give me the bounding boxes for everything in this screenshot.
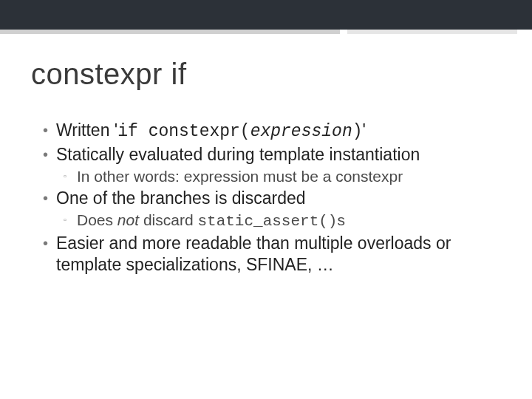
bullet-easier-readable: • Easier and more readable than multiple… xyxy=(43,233,502,276)
text: In other words: expression must be a con… xyxy=(77,167,502,186)
code-text: if constexpr( xyxy=(117,122,250,141)
slide: constexpr if • Written 'if constexpr(exp… xyxy=(0,0,532,399)
subbullet-expression-constexpr: ▫ In other words: expression must be a c… xyxy=(64,167,502,186)
code-text: static_assert() xyxy=(197,213,337,230)
code-italic: expression xyxy=(250,122,352,141)
bullet-dot-icon: • xyxy=(43,121,56,143)
bullet-dot-icon: • xyxy=(43,146,56,166)
bullet-branch-discarded: • One of the branches is discarded xyxy=(43,188,502,209)
bullet-written: • Written 'if constexpr(expression)' xyxy=(43,120,502,143)
italic-text: not xyxy=(117,211,139,228)
bullet-statically-evaluated: • Statically evaluated during template i… xyxy=(43,144,502,166)
accent-line-left xyxy=(0,30,340,34)
bullet-square-icon: ▫ xyxy=(64,215,77,231)
text: s xyxy=(337,211,345,228)
text: discard xyxy=(139,211,197,228)
bullet-dot-icon: • xyxy=(43,189,56,209)
text: Statically evaluated during template ins… xyxy=(56,144,502,166)
slide-title: constexpr if xyxy=(31,58,187,91)
text: Does xyxy=(77,211,117,228)
code-text: ) xyxy=(352,122,363,141)
text: Written ' xyxy=(56,120,117,140)
title-bar xyxy=(0,0,532,30)
bullet-dot-icon: • xyxy=(43,234,56,276)
accent-line-right xyxy=(347,30,517,34)
text: One of the branches is discarded xyxy=(56,188,502,209)
slide-body: • Written 'if constexpr(expression)' • S… xyxy=(43,118,502,276)
bullet-square-icon: ▫ xyxy=(64,171,77,186)
text: Easier and more readable than multiple o… xyxy=(56,233,502,276)
text: ' xyxy=(363,120,366,140)
subbullet-static-assert: ▫ Does not discard static_assert()s xyxy=(64,211,502,231)
